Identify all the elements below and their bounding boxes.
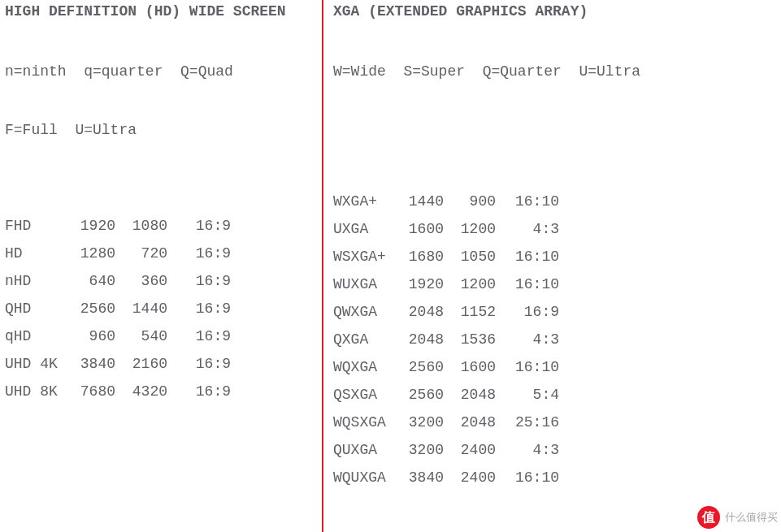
- resolution-aspect: 16:9: [167, 328, 231, 344]
- xga-table: WXGA+144090016:10UXGA160012004:3WSXGA+16…: [333, 193, 776, 486]
- resolution-name: UHD 8K: [5, 383, 68, 400]
- resolution-row: WQUXGA3840240016:10: [333, 469, 776, 486]
- resolution-row: qHD96054016:9: [5, 328, 317, 344]
- resolution-height: 1200: [444, 221, 496, 237]
- resolution-width: 2560: [397, 387, 444, 403]
- resolution-row: QSXGA256020485:4: [333, 387, 776, 403]
- resolution-aspect: 16:9: [167, 301, 231, 317]
- resolution-name: WQUXGA: [333, 469, 397, 486]
- resolution-aspect: 16:10: [496, 359, 559, 375]
- resolution-aspect: 16:10: [496, 249, 559, 265]
- resolution-aspect: 16:9: [167, 383, 231, 400]
- resolution-name: nHD: [5, 273, 68, 289]
- resolution-height: 900: [444, 193, 496, 210]
- resolution-row: UHD 8K7680432016:9: [5, 383, 317, 400]
- hd-pane: HIGH DEFINITION (HD) WIDE SCREEN n=ninth…: [0, 0, 323, 532]
- resolution-aspect: 16:9: [167, 273, 231, 289]
- resolution-row: WXGA+144090016:10: [333, 193, 776, 210]
- resolution-height: 540: [115, 328, 167, 344]
- resolution-name: WQXGA: [333, 359, 397, 375]
- resolution-name: FHD: [5, 218, 68, 234]
- resolution-aspect: 16:10: [496, 193, 559, 210]
- resolution-height: 1440: [115, 301, 167, 317]
- xga-heading: XGA (EXTENDED GRAPHICS ARRAY): [333, 3, 776, 19]
- watermark-logo-icon: 值: [697, 506, 720, 529]
- resolution-height: 1536: [444, 331, 496, 348]
- resolution-row: nHD64036016:9: [5, 273, 317, 289]
- hd-table: FHD1920108016:9HD128072016:9nHD64036016:…: [5, 218, 317, 400]
- resolution-row: HD128072016:9: [5, 245, 317, 262]
- xga-legend: W=Wide S=Super Q=Quarter U=Ultra: [333, 31, 776, 122]
- resolution-name: QXGA: [333, 331, 397, 348]
- resolution-width: 7680: [68, 383, 115, 400]
- resolution-row: QHD2560144016:9: [5, 301, 317, 317]
- hd-heading: HIGH DEFINITION (HD) WIDE SCREEN: [5, 3, 317, 19]
- resolution-height: 1200: [444, 276, 496, 292]
- resolution-height: 1080: [115, 218, 167, 234]
- resolution-aspect: 4:3: [496, 442, 559, 458]
- resolution-width: 1680: [397, 249, 444, 265]
- columns-container: HIGH DEFINITION (HD) WIDE SCREEN n=ninth…: [0, 0, 781, 532]
- resolution-row: WQXGA2560160016:10: [333, 359, 776, 375]
- resolution-height: 2048: [444, 414, 496, 430]
- resolution-name: qHD: [5, 328, 68, 344]
- resolution-height: 4320: [115, 383, 167, 400]
- resolution-aspect: 16:9: [167, 356, 231, 372]
- resolution-aspect: 16:9: [496, 304, 559, 320]
- resolution-name: QHD: [5, 301, 68, 317]
- hd-legend: n=ninth q=quarter Q=Quad F=Full U=Ultra: [5, 31, 317, 180]
- resolution-aspect: 4:3: [496, 331, 559, 348]
- resolution-width: 3840: [68, 356, 115, 372]
- resolution-width: 2560: [397, 359, 444, 375]
- resolution-row: FHD1920108016:9: [5, 218, 317, 234]
- resolution-width: 1280: [68, 245, 115, 262]
- resolution-row: QXGA204815364:3: [333, 331, 776, 348]
- resolution-height: 720: [115, 245, 167, 262]
- resolution-width: 1920: [397, 276, 444, 292]
- resolution-row: WQSXGA3200204825:16: [333, 414, 776, 430]
- resolution-name: WSXGA+: [333, 249, 397, 265]
- resolution-width: 960: [68, 328, 115, 344]
- resolution-width: 1440: [397, 193, 444, 210]
- spacer: [5, 188, 317, 218]
- resolution-name: UHD 4K: [5, 356, 68, 372]
- resolution-width: 3840: [397, 469, 444, 486]
- resolution-width: 1600: [397, 221, 444, 237]
- resolution-aspect: 16:10: [496, 276, 559, 292]
- resolution-aspect: 16:10: [496, 469, 559, 486]
- resolution-name: WUXGA: [333, 276, 397, 292]
- spacer: [333, 130, 776, 193]
- xga-pane: XGA (EXTENDED GRAPHICS ARRAY) W=Wide S=S…: [323, 0, 781, 532]
- watermark: 值 什么值得买: [697, 506, 778, 529]
- resolution-aspect: 25:16: [496, 414, 559, 430]
- resolution-width: 2560: [68, 301, 115, 317]
- resolution-aspect: 16:9: [167, 218, 231, 234]
- resolution-name: QUXGA: [333, 442, 397, 458]
- resolution-name: WXGA+: [333, 193, 397, 210]
- resolution-name: WQSXGA: [333, 414, 397, 430]
- resolution-aspect: 16:9: [167, 245, 231, 262]
- hd-legend-line: n=ninth q=quarter Q=Quad: [5, 63, 317, 80]
- xga-legend-line: W=Wide S=Super Q=Quarter U=Ultra: [333, 63, 776, 80]
- resolution-row: QUXGA320024004:3: [333, 442, 776, 458]
- resolution-row: WUXGA1920120016:10: [333, 276, 776, 292]
- resolution-width: 3200: [397, 414, 444, 430]
- resolution-width: 2048: [397, 331, 444, 348]
- resolution-width: 3200: [397, 442, 444, 458]
- resolution-height: 360: [115, 273, 167, 289]
- resolution-height: 2400: [444, 469, 496, 486]
- resolution-height: 1152: [444, 304, 496, 320]
- resolution-height: 1050: [444, 249, 496, 265]
- resolution-width: 1920: [68, 218, 115, 234]
- resolution-name: QWXGA: [333, 304, 397, 320]
- resolution-height: 1600: [444, 359, 496, 375]
- hd-legend-line: F=Full U=Ultra: [5, 122, 317, 138]
- resolution-aspect: 4:3: [496, 221, 559, 237]
- resolution-row: UXGA160012004:3: [333, 221, 776, 237]
- resolution-aspect: 5:4: [496, 387, 559, 403]
- resolution-row: UHD 4K3840216016:9: [5, 356, 317, 372]
- resolution-width: 640: [68, 273, 115, 289]
- resolution-height: 2048: [444, 387, 496, 403]
- resolution-name: QSXGA: [333, 387, 397, 403]
- resolution-name: UXGA: [333, 221, 397, 237]
